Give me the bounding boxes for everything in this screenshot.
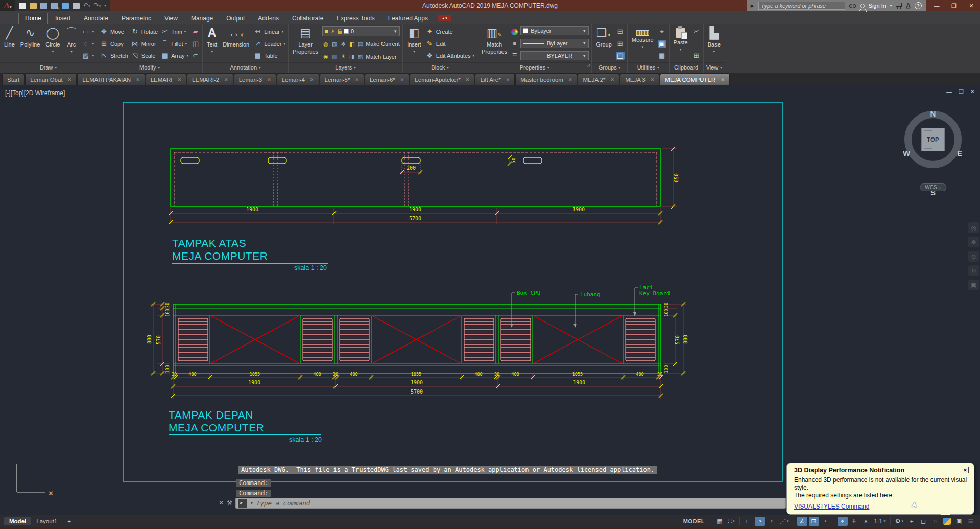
save-icon[interactable] [40, 3, 47, 9]
ribbon-tab-express-tools[interactable]: Express Tools [330, 13, 380, 24]
isometric-drafting-icon[interactable]: ⋰▾ [778, 517, 791, 526]
file-tab[interactable]: Lift Are*✕ [475, 73, 515, 85]
close-tab-icon[interactable]: ✕ [568, 77, 572, 82]
ribbon-tab-home[interactable]: Home [18, 13, 48, 24]
search-input[interactable] [758, 2, 845, 10]
close-tab-icon[interactable]: ✕ [355, 77, 359, 82]
text-button[interactable]: AText▾ [205, 25, 219, 62]
panel-label-draw[interactable]: Draw▾ [0, 62, 97, 73]
ribbon-tab-featured-apps[interactable]: Featured Apps [382, 13, 434, 24]
ellipse-button[interactable]: ◌▾ [81, 38, 94, 50]
ortho-mode-icon[interactable]: ∟ [743, 517, 753, 526]
close-tab-icon[interactable]: ✕ [506, 77, 510, 82]
annotation-monitor-icon[interactable]: ⋏ [861, 517, 871, 526]
linear-button[interactable]: ↤Linear▾ [253, 26, 285, 37]
file-tab[interactable]: Lemari-3✕ [234, 73, 276, 85]
linetype-list-icon[interactable]: ☰ [511, 52, 518, 59]
infocenter-collapse-icon[interactable]: ▶ [751, 3, 754, 8]
trim-button[interactable]: ✂Trim▾ [160, 26, 188, 37]
file-tab[interactable]: Lemari-5*✕ [320, 73, 364, 85]
panel-label-view[interactable]: View▾ [704, 62, 725, 73]
louver-door[interactable] [303, 318, 332, 361]
fillet-button[interactable]: ⌒Fillet▾ [160, 38, 188, 50]
help-icon[interactable]: ? [915, 2, 922, 9]
layer-off-icon[interactable]: ◍ [322, 41, 329, 48]
zoom-icon[interactable]: ⊙ [968, 251, 979, 262]
command-customize-icon[interactable]: ⚒ [227, 499, 232, 507]
louver-door[interactable] [626, 318, 655, 361]
file-tab-start[interactable]: Start [2, 73, 25, 85]
array-button[interactable]: ▦Array▾ [160, 50, 188, 61]
stretch-button[interactable]: ⇱Stretch [100, 50, 128, 61]
save-as-icon[interactable] [51, 3, 58, 9]
plot-icon[interactable] [73, 3, 80, 9]
redo-icon[interactable]: ↷▾ [94, 0, 101, 12]
isolate-objects-icon[interactable]: ◌ [930, 517, 940, 526]
group-edit-button[interactable]: ⊞ [616, 38, 625, 50]
layer-dropdown[interactable]: ☀ 0 ▼ [322, 26, 400, 36]
showmotion-icon[interactable]: ▣ [968, 280, 979, 290]
hardware-acceleration-icon[interactable] [942, 517, 952, 526]
louver-door[interactable] [178, 318, 208, 361]
lineweight-list-icon[interactable]: ≡ [511, 40, 518, 47]
annotation-autoscale-icon[interactable]: ✛ [849, 517, 859, 526]
minimize-button[interactable]: — [928, 0, 945, 11]
hatch-button[interactable]: ▨▾ [81, 50, 94, 61]
circle-button[interactable]: ◯Circle▾ [44, 25, 61, 62]
object-color-dropdown[interactable]: ByLayer▼ [520, 26, 589, 35]
offset-button[interactable]: ⊂ [191, 50, 200, 61]
customization-menu-icon[interactable]: ☰ [966, 517, 976, 526]
ribbon-tab-addins[interactable]: Add-ins [252, 13, 285, 24]
quick-calc-button[interactable]: ▦ [658, 50, 666, 61]
annotation-scale-button[interactable]: 1:1▾ [873, 517, 887, 526]
close-tab-icon[interactable]: ✕ [136, 77, 140, 82]
panel-label-modify[interactable]: Modify▾ [97, 62, 202, 73]
ribbon-tab-output[interactable]: Output [220, 13, 251, 24]
workspace-switching-icon[interactable]: ⚙▾ [894, 517, 905, 526]
undo-icon[interactable]: ↶▾ [83, 0, 90, 12]
visualstyles-command-link[interactable]: VISUALSTYLES Command [794, 503, 869, 510]
ribbon-tab-collaborate[interactable]: Collaborate [286, 13, 329, 24]
properties-dialog-launcher-icon[interactable]: ◿ [587, 61, 590, 71]
steering-wheel-icon[interactable]: ◎ [968, 222, 979, 233]
ribbon-options-button[interactable]: ● ▾ [438, 15, 451, 21]
file-tab[interactable]: Master bedroom✕ [515, 73, 577, 85]
ribbon-tab-insert[interactable]: Insert [49, 13, 77, 24]
base-button[interactable]: ▙Base▾ [706, 25, 722, 62]
erase-button[interactable]: ▰ [191, 26, 200, 37]
compass-north[interactable]: N [930, 109, 936, 118]
panel-label-utilities[interactable]: Utilities▾ [628, 62, 669, 73]
notification-close-icon[interactable]: ✕ [962, 467, 969, 473]
polar-caret-icon[interactable]: ▾ [767, 517, 777, 526]
grid-display-icon[interactable]: ▦ [714, 517, 725, 526]
object-snap-tracking-icon[interactable]: ∠ [797, 517, 807, 526]
front-view-geometry[interactable] [173, 304, 661, 373]
louver-door[interactable] [464, 318, 494, 361]
close-tab-icon[interactable]: ✕ [400, 77, 404, 82]
file-tab[interactable]: LEMARI-2✕ [187, 73, 233, 85]
panel-label-groups[interactable]: Groups▾ [592, 62, 627, 73]
ribbon-tab-view[interactable]: View [158, 13, 184, 24]
snap-mode-icon[interactable]: ∷▾ [726, 517, 736, 526]
table-button[interactable]: ▦Table [253, 50, 285, 61]
autodesk-app-icon[interactable]: A̲ [906, 2, 911, 9]
doc-minimize-icon[interactable]: — [946, 88, 952, 95]
model-space-indicator[interactable]: MODEL [683, 518, 705, 524]
close-tab-icon[interactable]: ✕ [267, 77, 271, 82]
layer-properties-button[interactable]: ▤LayerProperties [291, 25, 320, 62]
make-current-button[interactable]: Make Current [366, 41, 400, 47]
viewcube-top-face[interactable]: TOP [921, 128, 945, 151]
ribbon-tab-manage[interactable]: Manage [185, 13, 219, 24]
file-tab[interactable]: Lemari-4✕ [277, 73, 319, 85]
layer-thaw-all-icon[interactable]: ☀ [340, 53, 347, 60]
save-to-web-mobile-icon[interactable] [62, 3, 69, 9]
insert-button[interactable]: ◧Insert▾ [405, 25, 423, 62]
file-tab[interactable]: MEJA 2*✕ [578, 73, 619, 85]
paste-button[interactable]: Paste▾ [672, 25, 689, 62]
create-block-button[interactable]: ✦Create [425, 26, 474, 37]
layer-unisolate-icon[interactable]: ◉ [322, 53, 329, 60]
autocad-logo[interactable]: A▾ [0, 0, 15, 11]
cut-button[interactable]: ✂ [692, 26, 701, 37]
layer-walk-icon[interactable]: ▥ [331, 53, 338, 60]
viewcube[interactable]: N S W E TOP WCS ▽ [904, 111, 962, 195]
